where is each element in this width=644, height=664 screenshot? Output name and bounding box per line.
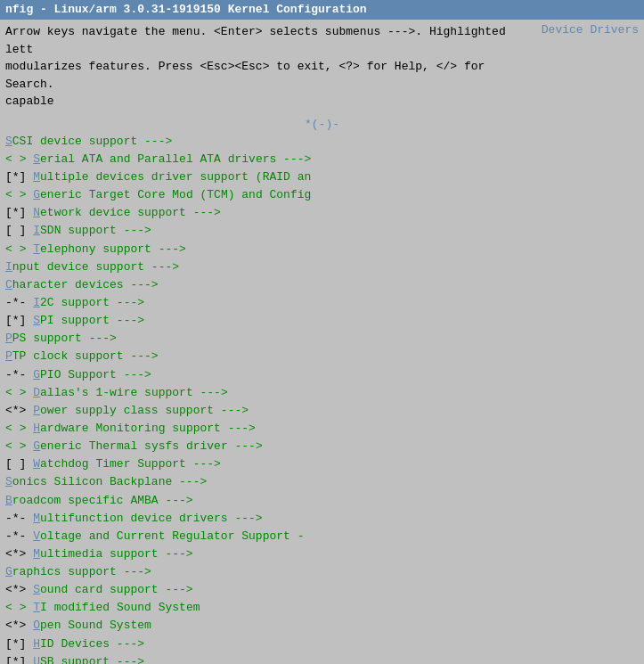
menu-item[interactable]: <*> Open Sound System xyxy=(5,617,639,635)
menu-item[interactable]: Input device support ---> xyxy=(5,258,639,276)
menu-item[interactable]: [*] USB support ---> xyxy=(5,653,639,664)
menu-item[interactable]: -*- Multifunction device drivers ---> xyxy=(5,510,639,528)
menu-item[interactable]: [*] Network device support ---> xyxy=(5,204,639,222)
menu-item[interactable]: -*- GPIO Support ---> xyxy=(5,366,639,384)
menu-item[interactable]: PPS support ---> xyxy=(5,330,639,348)
menu-item[interactable]: < > Dallas's 1-wire support ---> xyxy=(5,384,639,402)
menu-item[interactable]: [*] HID Devices ---> xyxy=(5,635,639,653)
menu-item[interactable]: [ ] Watchdog Timer Support ---> xyxy=(5,455,639,473)
title-bar: nfig - Linux/arm 3.0.31-1919150 Kernel C… xyxy=(0,0,644,20)
menu-items-list: SCSI device support --->< > Serial ATA a… xyxy=(0,133,644,664)
menu-item[interactable]: < > TI modified Sound System xyxy=(5,599,639,617)
menu-item[interactable]: < > Telephony support ---> xyxy=(5,241,639,258)
title-text: nfig - Linux/arm 3.0.31-1919150 Kernel C… xyxy=(5,3,367,16)
menu-item[interactable]: -*- Voltage and Current Regulator Suppor… xyxy=(5,528,639,545)
menu-item[interactable]: [*] SPI support ---> xyxy=(5,312,639,330)
menu-item[interactable]: <*> Sound card support ---> xyxy=(5,581,639,599)
menu-item[interactable]: [ ] ISDN support ---> xyxy=(5,222,639,240)
menu-item[interactable]: SCSI device support ---> xyxy=(5,133,639,151)
menu-container: *(-)- SCSI device support --->< > Serial… xyxy=(0,114,644,664)
terminal-window: nfig - Linux/arm 3.0.31-1919150 Kernel C… xyxy=(0,0,644,664)
menu-item[interactable]: < > Generic Thermal sysfs driver ---> xyxy=(5,438,639,455)
menu-item[interactable]: PTP clock support ---> xyxy=(5,348,639,365)
menu-item[interactable]: Graphics support ---> xyxy=(5,563,639,581)
menu-item[interactable]: Character devices ---> xyxy=(5,276,639,294)
header-section: Device Drivers Arrow keys navigate the m… xyxy=(0,20,644,114)
header-line3: capable xyxy=(5,93,523,111)
menu-item[interactable]: < > Serial ATA and Parallel ATA drivers … xyxy=(5,151,639,168)
menu-item[interactable]: <*> Multimedia support ---> xyxy=(5,545,639,563)
device-drivers-label: Device Drivers xyxy=(542,23,639,37)
menu-item[interactable]: <*> Power supply class support ---> xyxy=(5,402,639,420)
menu-item[interactable]: < > Generic Target Core Mod (TCM) and Co… xyxy=(5,186,639,204)
menu-item[interactable]: < > Hardware Monitoring support ---> xyxy=(5,420,639,438)
menu-item[interactable]: -*- I2C support ---> xyxy=(5,294,639,312)
header-line1: Arrow keys navigate the menu. <Enter> se… xyxy=(5,23,523,58)
header-line2: modularizes features. Press <Esc><Esc> t… xyxy=(5,58,523,93)
menu-separator: *(-)- xyxy=(0,118,644,131)
menu-item[interactable]: Sonics Silicon Backplane ---> xyxy=(5,473,639,491)
menu-item[interactable]: Broadcom specific AMBA ---> xyxy=(5,492,639,510)
menu-item[interactable]: [*] Multiple devices driver support (RAI… xyxy=(5,168,639,186)
